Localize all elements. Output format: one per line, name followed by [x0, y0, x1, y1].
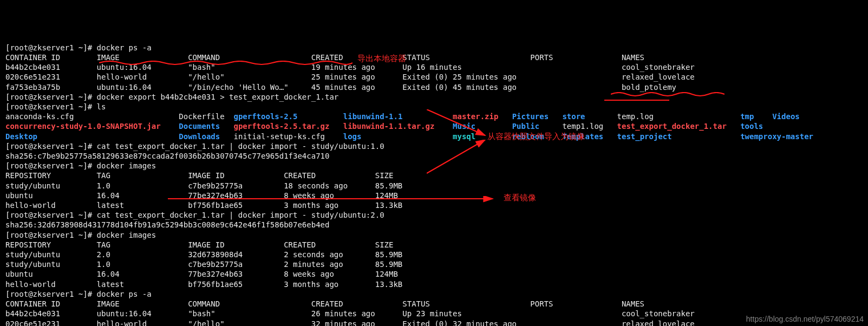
ls-entry: Pictures — [512, 112, 549, 121]
terminal-output: [root@zkserver1 ~]# docker ps -aCONTAINE… — [5, 43, 863, 326]
ls-entry: rebloom — [512, 132, 544, 141]
ls-entry: test_export_docker_1.tar — [617, 122, 727, 131]
ls-entry: Documents — [179, 122, 220, 131]
ls-entry: test_project — [617, 132, 672, 141]
ls-entry: Desktop — [5, 132, 37, 141]
ls-entry: gperftools-2.5.tar.gz — [233, 122, 329, 131]
ls-entry: Public — [512, 122, 540, 131]
ls-entry: Templates — [562, 132, 603, 141]
ls-entry: temp1.log — [562, 122, 603, 131]
ls-entry: anaconda-ks.cfg — [5, 112, 74, 121]
ls-entry: libunwind-1.1 — [343, 112, 403, 121]
ls-entry: master.zip — [453, 112, 498, 121]
ls-entry: initial-setup-ks.cfg — [233, 132, 325, 141]
ls-entry: logs — [343, 132, 362, 141]
ls-entry: gperftools-2.5 — [233, 112, 297, 121]
ls-entry: tools — [740, 122, 763, 131]
ls-entry: temp.log — [617, 112, 654, 121]
ls-entry: mysql — [453, 132, 475, 141]
ls-entry: Dockerfile — [179, 112, 224, 121]
ls-entry: Videos — [772, 112, 800, 121]
ls-entry: libunwind-1.1.tar.gz — [343, 122, 435, 131]
ls-entry: store — [562, 112, 585, 121]
ls-entry: Music — [453, 122, 475, 131]
ls-entry: Downloads — [179, 132, 220, 141]
ls-entry: concurrency-study-1.0-SNAPSHOT.jar — [5, 122, 161, 131]
watermark-text: https://blog.csdn.net/pyl574069214 — [746, 314, 864, 324]
ls-entry: twemproxy-master — [740, 132, 813, 141]
ls-entry: tmp — [740, 112, 754, 121]
